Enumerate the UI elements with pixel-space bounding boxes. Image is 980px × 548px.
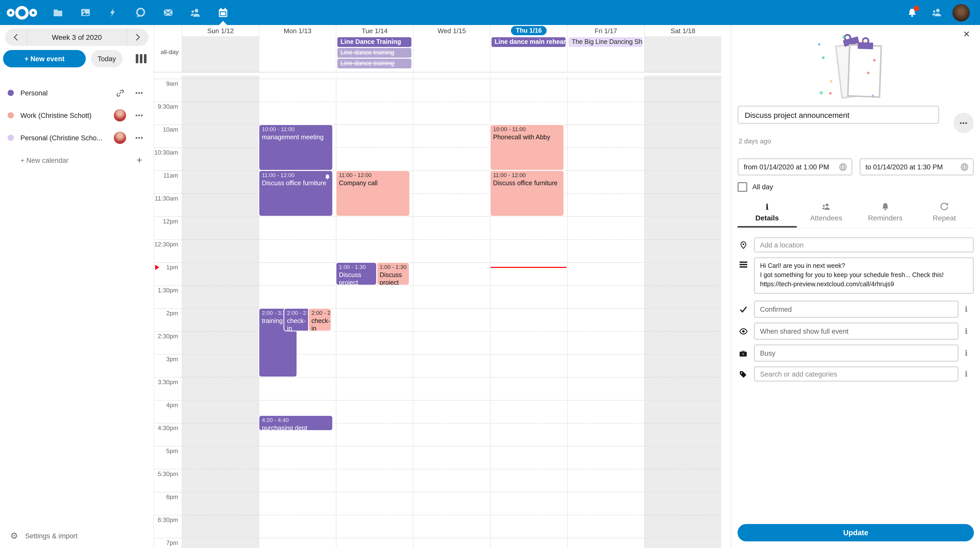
- day-header-4[interactable]: Thu 1/16: [490, 25, 567, 36]
- calendar-event[interactable]: 11:00 - 12:00Discuss office furniture: [259, 171, 332, 216]
- gear-icon: ⚙: [10, 531, 18, 540]
- sidebar-calendar-item[interactable]: Personal•••: [0, 82, 154, 104]
- calendar-event[interactable]: 11:00 - 12:00Company call: [336, 171, 409, 216]
- tab-details[interactable]: i Details: [738, 201, 797, 227]
- start-date-value: from 01/14/2020 at 1:00 PM: [744, 163, 838, 171]
- categories-info-icon[interactable]: i: [959, 369, 974, 379]
- description-textarea[interactable]: Hi Carl! are you in next week? I got som…: [754, 257, 974, 294]
- all-day-cell[interactable]: [644, 36, 721, 72]
- status-info-icon[interactable]: i: [959, 305, 974, 314]
- contacts-menu-button[interactable]: [928, 4, 945, 21]
- user-avatar[interactable]: [953, 4, 970, 21]
- calendar-event[interactable]: 2:00 - 2:30check-in: [309, 309, 331, 330]
- location-input[interactable]: [754, 237, 974, 253]
- all-day-cell[interactable]: The Big Line Dancing Show: [567, 36, 644, 72]
- day-header-0[interactable]: Sun 1/12: [182, 25, 259, 36]
- calendar-event[interactable]: 4:20 - 4:40purchasing dept: [259, 416, 332, 430]
- calendar-menu-button[interactable]: •••: [129, 89, 150, 97]
- time-label: 9am: [154, 80, 178, 87]
- day-column[interactable]: [336, 76, 413, 548]
- scrollbar-gutter[interactable]: [721, 25, 731, 548]
- day-header-3[interactable]: Wed 1/15: [413, 25, 490, 36]
- visibility-info-icon[interactable]: i: [959, 327, 974, 336]
- calendar-event[interactable]: 2:00 - 2:30check-in: [285, 309, 309, 330]
- app-talk-button[interactable]: [127, 0, 154, 25]
- categories-input[interactable]: [754, 366, 959, 382]
- day-header-2[interactable]: Tue 1/14: [336, 25, 413, 36]
- app-calendar-button[interactable]: [209, 0, 237, 25]
- app-contacts-button[interactable]: [182, 0, 209, 25]
- new-event-button[interactable]: + New event: [3, 50, 86, 67]
- timezone-globe-icon[interactable]: [838, 162, 847, 171]
- event-time: 10:00 - 11:00: [493, 126, 561, 133]
- calendar-event[interactable]: 10:00 - 11:00Phonecall with Abby: [490, 125, 563, 170]
- end-date-field[interactable]: to 01/14/2020 at 1:30 PM: [859, 158, 974, 176]
- visibility-select[interactable]: When shared show full event: [754, 322, 959, 340]
- time-grid[interactable]: 9am9:30am10am10:30am11am11:30am12pm12:30…: [154, 76, 721, 548]
- all-day-event[interactable]: Line dance training: [337, 59, 411, 68]
- app-mail-button[interactable]: [154, 0, 182, 25]
- all-day-event[interactable]: Line dance main rehearsal: [492, 37, 566, 47]
- view-toggle-button[interactable]: [134, 52, 148, 65]
- all-day-event[interactable]: The Big Line Dancing Show: [569, 37, 643, 47]
- tab-repeat[interactable]: Repeat: [915, 201, 974, 227]
- app-photos-button[interactable]: [72, 0, 99, 25]
- calendar-event[interactable]: 1:00 - 1:30Discuss project announcement: [336, 263, 376, 285]
- status-row: Confirmed i: [738, 300, 974, 318]
- freebusy-info-icon[interactable]: i: [959, 348, 974, 358]
- settings-import-button[interactable]: ⚙ Settings & import: [0, 529, 154, 543]
- freebusy-select[interactable]: Busy: [754, 345, 959, 362]
- week-label[interactable]: Week 3 of 2020: [27, 29, 127, 46]
- previous-week-button[interactable]: [5, 29, 27, 46]
- calendar-menu-button[interactable]: •••: [129, 112, 150, 119]
- status-select[interactable]: Confirmed: [754, 300, 959, 318]
- day-header-label: Sat 1/18: [671, 27, 695, 35]
- day-column[interactable]: [567, 76, 644, 548]
- all-day-checkbox-label[interactable]: All day: [752, 183, 773, 191]
- day-header-label: Tue 1/14: [362, 27, 388, 35]
- calendar-event[interactable]: 1:00 - 1:30Discuss project: [377, 263, 409, 285]
- share-link-icon[interactable]: [111, 89, 129, 97]
- calendar-event[interactable]: 11:00 - 12:00Discuss office furniture: [490, 171, 563, 216]
- all-day-cell[interactable]: [259, 36, 336, 72]
- all-day-event[interactable]: Line Dance Training: [337, 37, 411, 47]
- time-label: 6:30pm: [154, 516, 178, 524]
- all-day-cell[interactable]: [413, 36, 490, 72]
- sidebar-calendar-item[interactable]: Work (Christine Schott)•••: [0, 104, 154, 127]
- day-header-5[interactable]: Fri 1/17: [567, 25, 644, 36]
- sidebar-calendar-item[interactable]: Personal (Christine Scho...•••: [0, 127, 154, 149]
- timezone-globe-icon[interactable]: [960, 162, 969, 171]
- day-column[interactable]: [182, 76, 259, 548]
- event-title-input[interactable]: [738, 106, 939, 124]
- next-week-button[interactable]: [127, 29, 148, 46]
- day-header-6[interactable]: Sat 1/18: [644, 25, 721, 36]
- notifications-button[interactable]: [904, 4, 921, 21]
- start-date-field[interactable]: from 01/14/2020 at 1:00 PM: [738, 158, 852, 176]
- nextcloud-logo[interactable]: [0, 4, 44, 21]
- tab-attendees[interactable]: Attendees: [797, 201, 856, 227]
- close-editor-button[interactable]: ×: [960, 28, 973, 40]
- new-calendar-button[interactable]: + New calendar +: [0, 149, 154, 172]
- update-button[interactable]: Update: [738, 524, 974, 542]
- day-header-1[interactable]: Mon 1/13: [259, 25, 336, 36]
- all-day-cell[interactable]: Line Dance TrainingLine dance trainingLi…: [336, 36, 413, 72]
- all-day-cell[interactable]: [182, 36, 259, 72]
- all-day-event[interactable]: Line dance training: [337, 48, 411, 58]
- today-button[interactable]: Today: [91, 50, 123, 67]
- event-more-button[interactable]: •••: [953, 113, 974, 133]
- day-column[interactable]: [644, 76, 721, 548]
- app-activity-button[interactable]: [99, 0, 127, 25]
- event-time: 10:00 - 11:00: [262, 126, 330, 133]
- freebusy-row: Busy i: [738, 345, 974, 362]
- all-day-cell[interactable]: Line dance main rehearsal: [490, 36, 567, 72]
- event-alarm-bell-icon: [325, 172, 330, 183]
- event-title: purchasing dept: [262, 424, 330, 430]
- tab-reminders[interactable]: Reminders: [856, 201, 915, 227]
- calendar-menu-button[interactable]: •••: [129, 134, 150, 141]
- day-header-label: Thu 1/16: [511, 26, 547, 35]
- calendar-name: Personal (Christine Scho...: [21, 134, 111, 141]
- day-column[interactable]: [413, 76, 490, 548]
- all-day-checkbox[interactable]: [738, 182, 747, 192]
- calendar-event[interactable]: 10:00 - 11:00management meeting: [259, 125, 332, 170]
- app-files-button[interactable]: [44, 0, 72, 25]
